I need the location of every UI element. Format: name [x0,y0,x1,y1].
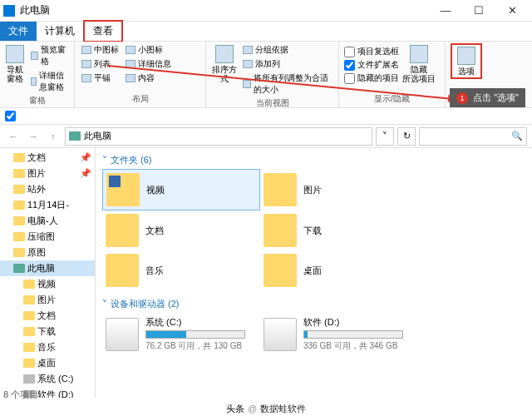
folder-thumb [264,254,297,287]
window-title: 此电脑 [20,3,429,17]
nav-up[interactable]: ↑ [45,128,62,145]
minimize-button[interactable]: — [429,0,462,22]
hide-icon [410,45,428,63]
folder-icon [13,264,25,273]
check-hidden[interactable]: 隐藏的项目 [344,72,399,84]
close-button[interactable]: ✕ [495,0,529,22]
folder-icon [23,374,35,384]
tree-item[interactable]: 下载 [0,324,95,339]
drive-item[interactable]: 软件 (D:)336 GB 可用，共 346 GB [260,313,418,355]
address-path: 此电脑 [84,130,111,142]
section-drives-header[interactable]: ˅ 设备和驱动器 (2) [102,295,525,313]
folder-icon [13,185,25,194]
annotation-text: 点击 "选项" [473,92,519,104]
folder-item[interactable]: 下载 [260,210,418,250]
group-layout-label: 布局 [80,92,200,106]
folder-icon [13,232,25,241]
layout-medium[interactable]: 中图标 [80,43,121,57]
annotation-tooltip: 1 点击 "选项" [450,88,525,107]
folder-item[interactable]: 音乐 [102,250,260,290]
tree-item[interactable]: 文档 [0,308,95,324]
folder-icon [13,169,25,178]
folder-icon [23,343,35,352]
tab-view[interactable]: 查看 [83,20,123,42]
tree-item[interactable]: 文档📌 [0,150,95,166]
tree-item[interactable]: 视频 [0,276,95,292]
check-itembox[interactable]: 项目复选框 [344,46,399,57]
folder-icon [23,295,35,305]
folder-icon [23,359,35,368]
folder-icon [23,327,35,336]
status-bar: 8 个项目 [3,389,38,401]
folder-icon [13,201,25,210]
maximize-button[interactable]: ☐ [462,0,495,22]
sort-icon [215,45,234,63]
details-pane-item[interactable]: 详细信息窗格 [29,69,69,94]
refresh-button[interactable]: ↻ [397,127,416,146]
autosize-item[interactable]: 将所有列调整为合适的大小 [241,72,333,97]
preview-icon [31,52,39,60]
folder-item[interactable]: 桌面 [260,250,418,290]
tree-item[interactable]: 桌面 [0,355,95,371]
drive-item[interactable]: 系统 (C:)76.2 GB 可用，共 130 GB [102,313,260,355]
nav-pane-button[interactable]: 导航窗格 [5,43,26,83]
annotation-step-number: 1 [456,92,468,104]
tab-computer[interactable]: 计算机 [37,22,83,41]
layout-tiles[interactable]: 平铺 [80,72,121,85]
search-box[interactable]: 🔍 [419,127,527,146]
folder-icon [13,216,25,225]
tree-item[interactable]: 图片📌 [0,166,95,181]
tree-item[interactable]: 压缩图 [0,229,95,245]
options-button[interactable]: 选项 [451,43,482,79]
pc-icon [69,131,81,141]
folder-thumb [264,173,297,206]
folder-icon [23,311,35,320]
layout-list[interactable]: 列表 [80,57,121,71]
options-icon [457,47,475,65]
add-column-item[interactable]: 添加列 [241,57,333,71]
preview-pane-item[interactable]: 预览窗格 [29,43,69,68]
drive-icon [264,318,297,351]
folder-item[interactable]: 视频 [102,169,260,210]
watermark: 头条 @ 数据蛙软件 [0,401,532,416]
group-by-item[interactable]: 分组依据 [241,43,333,57]
tree-item[interactable]: 原图 [0,245,95,260]
folder-thumb [106,254,139,287]
tree-item[interactable]: 系统 (C:) [0,371,95,387]
hide-selected-button[interactable]: 隐藏 所选项目 [402,43,436,83]
pin-icon: 📌 [80,152,91,163]
select-all-check[interactable] [5,111,16,121]
tree-item[interactable]: 此电脑 [0,260,95,276]
group-currentview-label: 当前视图 [211,97,333,110]
tab-file[interactable]: 文件 [0,22,37,41]
folder-item[interactable]: 图片 [260,169,418,210]
pin-icon: 📌 [80,168,91,179]
address-box[interactable]: 此电脑 [65,127,372,146]
search-icon: 🔍 [511,131,523,141]
tree-item[interactable]: 音乐 [0,339,95,355]
folder-icon [23,280,35,289]
tree-item[interactable]: 图片 [0,292,95,308]
nav-forward[interactable]: → [25,128,42,145]
tree-item[interactable]: 电脑-人 [0,213,95,229]
nav-pane-icon [6,45,24,63]
group-panes-label: 窗格 [5,94,69,107]
folder-item[interactable]: 文档 [102,210,260,250]
nav-tree[interactable]: 文档📌图片📌站外11月14日-电脑-人压缩图原图此电脑视频图片文档下载音乐桌面系… [0,148,96,398]
check-extensions[interactable]: 文件扩展名 [344,59,399,71]
tree-item[interactable]: 站外 [0,181,95,197]
drive-icon [106,318,139,351]
folder-icon [13,248,25,257]
nav-back[interactable]: ← [5,128,22,145]
layout-small[interactable]: 小图标 [124,43,173,57]
app-icon [3,5,15,17]
folder-icon [13,153,25,162]
address-dropdown[interactable]: ˅ [376,127,394,146]
group-showhide-label: 显示/隐藏 [344,92,440,106]
details-icon [31,77,37,86]
section-folders-header[interactable]: ˅ 文件夹 (6) [102,151,525,169]
folder-thumb [106,173,140,206]
layout-content[interactable]: 内容 [124,72,173,85]
tree-item[interactable]: 11月14日- [0,197,95,213]
folder-thumb [106,214,139,247]
